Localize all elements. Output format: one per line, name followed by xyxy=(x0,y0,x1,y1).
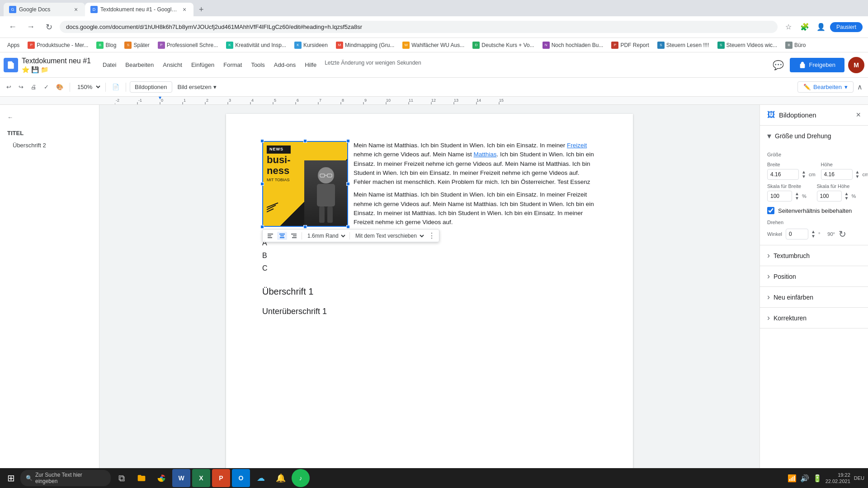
spellcheck-button[interactable]: ✓ xyxy=(41,82,52,92)
bookmark-später[interactable]: S Später xyxy=(121,41,153,50)
tab-close-docs[interactable]: × xyxy=(181,6,188,13)
taskbar-explorer[interactable] xyxy=(132,469,151,487)
profile-button[interactable]: Pausiert xyxy=(830,22,863,32)
corrections-section[interactable]: › Korrekturen xyxy=(760,308,868,328)
doc-title[interactable]: Textdokument neu #1 xyxy=(22,57,91,65)
taskbar-clock[interactable]: 19:22 22.02.2021 xyxy=(826,472,850,485)
scale-width-down[interactable]: ▼ xyxy=(794,196,800,201)
tab-google-docs[interactable]: G Google Docs × xyxy=(4,3,85,16)
scale-height-input[interactable] xyxy=(817,191,842,202)
taskbar-outlook[interactable]: O xyxy=(232,469,250,487)
refresh-button[interactable]: ↻ xyxy=(42,20,56,34)
tab-docs-active[interactable]: D Textdokument neu #1 - Google ... × xyxy=(85,3,193,16)
position-section[interactable]: › Position xyxy=(760,266,868,287)
taskbar-taskview[interactable]: ⧉ xyxy=(113,469,131,487)
resize-handle-br[interactable] xyxy=(346,225,350,229)
bookmark-deutsche[interactable]: D Deutsche Kurs + Vo... xyxy=(469,41,538,50)
bookmark-mindmapping[interactable]: M Mindmapping (Gru... xyxy=(332,41,398,50)
height-down-button[interactable]: ▼ xyxy=(854,174,861,179)
zoom-select[interactable]: 150% xyxy=(74,82,102,92)
panel-close-button[interactable]: × xyxy=(856,110,861,120)
print-button[interactable]: 🖨 xyxy=(28,82,39,92)
text-wrap-section[interactable]: › Textumbruch xyxy=(760,245,868,266)
comment-button[interactable]: 💬 xyxy=(770,57,786,73)
taskbar-icon-6[interactable]: ☁ xyxy=(252,469,270,487)
tab-close-google-docs[interactable]: × xyxy=(72,6,80,13)
bookmark-blog[interactable]: B Blog xyxy=(93,41,120,50)
recolor-section[interactable]: › Neu einfärben xyxy=(760,287,868,308)
back-button[interactable]: ← xyxy=(5,20,20,34)
menu-bearbeiten[interactable]: Bearbeiten xyxy=(121,60,158,70)
url-input[interactable] xyxy=(60,21,778,33)
bookmark-produktsuche[interactable]: P Produktsuche - Mer... xyxy=(24,41,92,50)
extension-icon[interactable]: 🧩 xyxy=(797,20,812,34)
battery-icon[interactable]: 🔋 xyxy=(813,474,822,483)
menu-format[interactable]: Format xyxy=(219,60,246,70)
image-container[interactable]: NEWS busi-ness MIT TOBIAS xyxy=(262,141,348,227)
share-button[interactable]: Freigeben xyxy=(790,58,844,72)
bookmark-icon[interactable]: ☆ xyxy=(781,20,796,34)
menu-hilfe[interactable]: Hilfe xyxy=(300,60,321,70)
sidebar-back-button[interactable]: ← xyxy=(4,112,95,122)
resize-handle-mr[interactable] xyxy=(346,182,350,186)
collapse-toolbar-button[interactable]: ∧ xyxy=(855,81,864,93)
more-options-button[interactable]: ⋮ xyxy=(427,230,436,241)
freizeit-link[interactable]: Freizeit xyxy=(567,142,587,149)
image-options-button[interactable]: Bildoptionen xyxy=(130,81,172,93)
menu-tools[interactable]: Tools xyxy=(246,60,269,70)
margin-select[interactable]: 1.6mm Rand xyxy=(305,231,347,240)
angle-input[interactable] xyxy=(786,229,808,239)
taskbar-word[interactable]: W xyxy=(172,469,190,487)
profile-icon[interactable]: 👤 xyxy=(814,20,828,34)
rotate-icon-button[interactable]: ↻ xyxy=(839,229,846,239)
taskbar-search[interactable]: 🔍 Zur Suche Text hier eingeben xyxy=(20,470,111,486)
bookmark-apps[interactable]: Apps xyxy=(4,41,23,49)
volume-icon[interactable]: 🔊 xyxy=(800,474,809,483)
align-left-button[interactable] xyxy=(265,232,275,240)
start-button[interactable]: ⊞ xyxy=(4,471,19,485)
undo-button[interactable]: ↩ xyxy=(4,82,14,92)
star-icon[interactable]: ⭐ xyxy=(22,66,29,73)
taskbar-excel[interactable]: X xyxy=(192,469,210,487)
menu-addons[interactable]: Add-ons xyxy=(269,60,300,70)
bookmark-buro[interactable]: B Büro xyxy=(782,41,809,50)
taskbar-chrome[interactable] xyxy=(152,469,170,487)
resize-handle-tm[interactable] xyxy=(303,139,307,143)
bookmark-steuern-lesen[interactable]: S Steuern Lesen !!!! xyxy=(654,41,713,50)
scale-height-down[interactable]: ▼ xyxy=(844,196,850,201)
menu-ansicht[interactable]: Ansicht xyxy=(158,60,187,70)
width-input[interactable] xyxy=(767,169,799,180)
bookmark-wahlfacher[interactable]: W Wahlfächer WU Aus... xyxy=(399,41,468,50)
paint-format-button[interactable]: 🎨 xyxy=(53,82,66,92)
forward-button[interactable]: → xyxy=(24,20,38,34)
resize-handle-ml[interactable] xyxy=(260,182,264,186)
align-right-button[interactable] xyxy=(289,232,299,240)
height-input[interactable] xyxy=(821,169,853,180)
resize-handle-bl[interactable] xyxy=(260,225,264,229)
cloud-icon[interactable]: 💾 xyxy=(31,66,39,73)
scale-width-input[interactable] xyxy=(767,191,792,202)
taskbar-spotify[interactable]: ♪ xyxy=(292,469,310,487)
network-icon[interactable]: 📶 xyxy=(788,474,797,483)
sidebar-item-uberschrift2[interactable]: Überschrift 2 xyxy=(4,140,95,150)
edit-mode-button[interactable]: ✏️ Bearbeiten ▾ xyxy=(797,81,854,93)
menu-einfügen[interactable]: Einfügen xyxy=(187,60,219,70)
folder-icon[interactable]: 📁 xyxy=(41,66,48,73)
bookmark-pdf[interactable]: P PDF Report xyxy=(608,41,652,50)
menu-datei[interactable]: Datei xyxy=(98,60,121,70)
avatar[interactable]: M xyxy=(848,57,864,73)
resize-handle-bm[interactable] xyxy=(303,225,307,229)
matthias-link[interactable]: Matthias xyxy=(473,151,496,158)
replace-image-button[interactable]: Bild ersetzen ▾ xyxy=(174,82,220,92)
angle-down[interactable]: ▼ xyxy=(810,234,816,239)
redo-button[interactable]: ↪ xyxy=(16,82,26,92)
taskbar-icon-7[interactable]: 🔔 xyxy=(272,469,290,487)
bookmark-noch[interactable]: N Noch hochladen Bu... xyxy=(539,41,607,50)
bookmark-kursideen[interactable]: K Kursideen xyxy=(291,41,331,50)
print-layout-button[interactable]: 📄 xyxy=(109,82,122,92)
bookmark-kreativitat[interactable]: K Kreativität und Insp... xyxy=(222,41,290,50)
aspect-ratio-checkbox[interactable] xyxy=(767,207,774,214)
align-center-button[interactable] xyxy=(277,232,287,240)
resize-handle-tr[interactable] xyxy=(346,139,350,143)
bookmark-professionell[interactable]: P Professionell Schre... xyxy=(154,41,222,50)
